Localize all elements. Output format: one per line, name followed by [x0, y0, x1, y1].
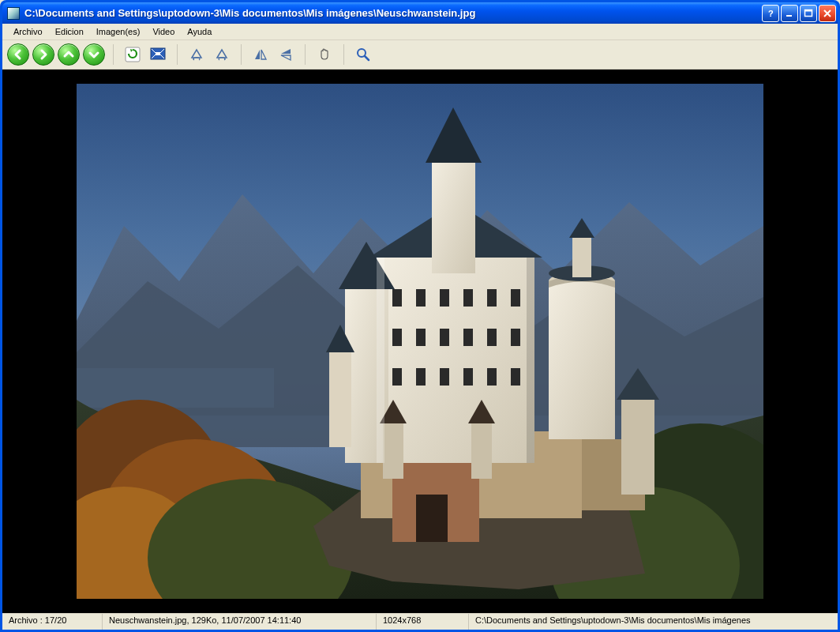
svg-rect-21 [392, 289, 402, 307]
flip-horizontal-icon [253, 47, 268, 62]
toolbar [2, 40, 838, 70]
svg-rect-27 [392, 329, 402, 346]
help-button[interactable]: ? [762, 5, 779, 22]
svg-rect-34 [416, 368, 426, 386]
svg-rect-38 [511, 368, 520, 386]
svg-rect-43 [549, 281, 615, 439]
svg-rect-33 [392, 368, 402, 386]
nav-back-button[interactable] [7, 43, 29, 66]
svg-rect-28 [416, 329, 426, 346]
minimize-button[interactable] [781, 5, 798, 22]
menu-ayuda[interactable]: Ayuda [181, 25, 218, 38]
toolbar-separator [113, 44, 114, 65]
pan-button[interactable] [313, 43, 336, 66]
status-file-info: Neuschwanstein.jpg, 129Ko, 11/07/2007 14… [103, 614, 377, 630]
rotate-left-icon [189, 47, 204, 62]
svg-rect-6 [156, 52, 160, 55]
svg-rect-24 [463, 289, 473, 307]
svg-rect-41 [329, 352, 351, 447]
menu-imagenes[interactable]: Imagen(es) [90, 25, 147, 38]
rotate-right-button[interactable] [211, 43, 233, 66]
refresh-icon [124, 46, 141, 63]
svg-rect-3 [805, 9, 812, 11]
svg-rect-35 [440, 368, 449, 386]
rotate-right-icon [214, 47, 230, 62]
refresh-button[interactable] [122, 43, 144, 66]
svg-rect-47 [383, 423, 403, 479]
flip-vertical-button[interactable] [275, 43, 297, 66]
zoom-button[interactable] [352, 43, 374, 66]
magnifier-icon [355, 47, 371, 62]
svg-rect-23 [440, 289, 449, 307]
svg-rect-36 [463, 368, 473, 386]
fullscreen-icon [149, 46, 167, 63]
app-window: C:\Documents and Settings\uptodown-3\Mis… [0, 0, 840, 632]
status-folder-path: C:\Documents and Settings\uptodown-3\Mis… [469, 614, 838, 630]
nav-down-button[interactable] [83, 43, 105, 66]
svg-rect-45 [572, 238, 591, 277]
toolbar-separator [241, 44, 242, 65]
flip-vertical-icon [278, 47, 294, 62]
arrow-left-icon [7, 43, 29, 66]
svg-text:?: ? [768, 9, 774, 18]
svg-rect-49 [377, 258, 384, 463]
menu-edicion[interactable]: Edicion [49, 25, 90, 38]
arrow-down-icon [83, 43, 105, 66]
toolbar-separator [305, 44, 306, 65]
maximize-button[interactable] [800, 5, 817, 22]
svg-rect-22 [416, 289, 426, 307]
client-area: Archivo Edicion Imagen(es) Video Ayuda [2, 24, 838, 630]
svg-rect-46 [621, 400, 654, 495]
toolbar-separator [177, 44, 178, 65]
svg-rect-9 [77, 368, 274, 408]
svg-rect-19 [416, 495, 448, 542]
nav-forward-button[interactable] [32, 43, 54, 66]
window-title: C:\Documents and Settings\uptodown-3\Mis… [24, 7, 762, 19]
svg-rect-37 [487, 368, 497, 386]
svg-rect-29 [440, 329, 449, 346]
window-controls: ? [762, 5, 836, 22]
svg-rect-25 [487, 289, 497, 307]
svg-rect-50 [527, 258, 534, 463]
app-icon [7, 7, 20, 20]
nav-up-button[interactable] [58, 43, 80, 66]
menubar: Archivo Edicion Imagen(es) Video Ayuda [2, 24, 838, 40]
arrow-up-icon [58, 43, 80, 66]
statusbar: Archivo : 17/20 Neuschwanstein.jpg, 129K… [2, 613, 838, 630]
svg-rect-30 [463, 329, 473, 346]
close-button[interactable] [819, 5, 836, 22]
status-dimensions: 1024x768 [377, 614, 469, 630]
svg-rect-48 [471, 423, 492, 479]
toolbar-separator [343, 44, 344, 65]
svg-rect-39 [432, 163, 475, 273]
menu-video[interactable]: Video [146, 25, 181, 38]
svg-rect-1 [786, 15, 792, 17]
status-file-index: Archivo : 17/20 [2, 614, 103, 630]
svg-rect-32 [511, 329, 520, 346]
menu-archivo[interactable]: Archivo [7, 25, 49, 38]
displayed-image [77, 84, 763, 599]
svg-rect-31 [487, 329, 497, 346]
arrow-right-icon [32, 43, 54, 66]
image-viewport[interactable] [2, 70, 838, 613]
fullscreen-button[interactable] [147, 43, 169, 66]
hand-icon [317, 47, 332, 62]
titlebar[interactable]: C:\Documents and Settings\uptodown-3\Mis… [2, 2, 838, 24]
svg-rect-26 [511, 289, 520, 307]
rotate-left-button[interactable] [186, 43, 208, 66]
flip-horizontal-button[interactable] [249, 43, 272, 66]
